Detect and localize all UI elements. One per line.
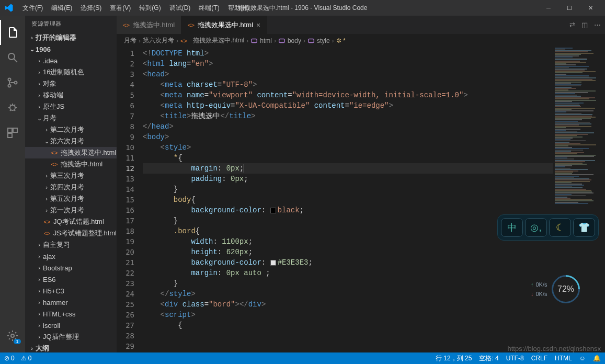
folder-item[interactable]: ›自主复习: [25, 239, 117, 251]
minimap[interactable]: [553, 47, 605, 352]
folder-item[interactable]: ›第五次月考: [25, 193, 117, 204]
html-icon: <>: [43, 230, 51, 236]
folder-item[interactable]: ›iscroll: [25, 320, 117, 331]
menu-view[interactable]: 查看(V): [106, 2, 134, 15]
chevron-icon: ›: [36, 58, 43, 64]
ime-skin-button[interactable]: 👕: [573, 218, 595, 237]
compare-icon[interactable]: ⇄: [569, 21, 575, 29]
breadcrumb-item[interactable]: <> 拖拽效果选中.html: [180, 36, 244, 45]
file-item[interactable]: <>JS考试错题整理.html: [25, 228, 117, 239]
folder-item[interactable]: ›第三次月考: [25, 170, 117, 181]
status-encoding[interactable]: UTF-8: [506, 355, 524, 362]
svg-rect-6: [8, 128, 12, 132]
folder-item[interactable]: ›ajax: [25, 251, 117, 262]
folder-item[interactable]: ›16进制随机色: [25, 66, 117, 78]
breadcrumb[interactable]: 月考› 第六次月考› <> 拖拽效果选中.html› html› body› s…: [117, 34, 605, 47]
breadcrumb-item[interactable]: html: [250, 37, 272, 44]
folder-root[interactable]: ⌄1906: [25, 43, 117, 55]
folder-item[interactable]: ›原生JS: [25, 101, 117, 112]
activity-explorer[interactable]: [0, 20, 25, 45]
chevron-icon: ›: [36, 92, 43, 98]
folder-item[interactable]: ›对象: [25, 78, 117, 89]
chevron-icon: ›: [36, 288, 43, 294]
open-editors-section[interactable]: ›打开的编辑器: [25, 32, 117, 43]
chevron-icon: ›: [36, 253, 43, 259]
folder-item[interactable]: ›移动端: [25, 89, 117, 101]
folder-item[interactable]: ⌄第六次月考: [25, 135, 117, 147]
html-icon: <>: [43, 219, 51, 225]
activity-scm[interactable]: [0, 70, 25, 95]
window-title: 拖拽效果选中.html - 1906 - Visual Studio Code: [238, 4, 368, 13]
search-icon: [6, 51, 19, 64]
folder-item[interactable]: ›Bootstrap: [25, 262, 117, 274]
folder-item[interactable]: ›ES6: [25, 274, 117, 285]
status-cursor[interactable]: 行 12，列 25: [436, 354, 472, 363]
menu-go[interactable]: 转到(G): [135, 2, 164, 15]
breadcrumb-item[interactable]: ✲ *: [336, 37, 346, 44]
chevron-icon: ›: [36, 265, 43, 271]
source-control-icon: [6, 76, 19, 89]
vscode-logo-icon: [4, 3, 14, 13]
folder-item[interactable]: ›第二次月考: [25, 124, 117, 135]
chevron-icon: ›: [43, 184, 50, 190]
maximize-button[interactable]: ☐: [559, 0, 580, 16]
tab-1[interactable]: <>拖拽选中.html: [117, 16, 181, 34]
tab-close-icon[interactable]: ×: [256, 21, 260, 29]
html-icon: <>: [188, 22, 195, 28]
activity-debug[interactable]: [0, 95, 25, 120]
ime-punct-button[interactable]: ◎,: [525, 218, 547, 237]
ime-widget: 中 ◎, ☾ 👕: [497, 214, 599, 241]
file-item[interactable]: <>拖拽效果选中.html: [25, 147, 117, 158]
status-notifications-icon[interactable]: 🔔: [593, 355, 601, 362]
chevron-icon: ›: [36, 104, 43, 110]
ime-theme-button[interactable]: ☾: [549, 218, 571, 237]
menu-edit[interactable]: 编辑(E): [48, 2, 76, 15]
folder-item[interactable]: ›JQ插件整理: [25, 331, 117, 343]
html-icon: <>: [123, 22, 130, 28]
folder-item[interactable]: ›H5+C3: [25, 285, 117, 297]
status-language[interactable]: HTML: [555, 355, 572, 362]
menu-selection[interactable]: 选择(S): [77, 2, 105, 15]
breadcrumb-item[interactable]: 第六次月考: [143, 36, 174, 45]
folder-item[interactable]: ›HTML+css: [25, 308, 117, 320]
folder-item[interactable]: ⌄月考: [25, 112, 117, 124]
minimize-button[interactable]: ─: [538, 0, 559, 16]
symbol-icon: [307, 37, 315, 44]
svg-point-0: [8, 53, 15, 60]
menu-bar: 文件(F) 编辑(E) 选择(S) 查看(V) 转到(G) 调试(D) 终端(T…: [19, 2, 253, 15]
explorer-tree: ›打开的编辑器 ⌄1906 ›.idea›16进制随机色›对象›移动端›原生JS…: [25, 32, 117, 352]
activity-extensions[interactable]: [0, 120, 25, 145]
status-errors[interactable]: ⊘ 0: [4, 355, 15, 362]
svg-rect-7: [13, 128, 17, 132]
breadcrumb-item[interactable]: 月考: [124, 36, 136, 45]
breadcrumb-item[interactable]: style: [307, 37, 330, 44]
tab-2[interactable]: <>拖拽效果选中.html×: [181, 16, 267, 34]
folder-item[interactable]: ›hammer: [25, 297, 117, 308]
outline-section[interactable]: ›大纲: [25, 343, 117, 352]
chevron-icon: ›: [36, 81, 43, 87]
file-item[interactable]: <>JQ考试错题.html: [25, 216, 117, 228]
activity-search[interactable]: [0, 45, 25, 70]
status-indent[interactable]: 空格: 4: [479, 354, 498, 363]
split-editor-icon[interactable]: ◫: [581, 21, 588, 29]
title-bar: 文件(F) 编辑(E) 选择(S) 查看(V) 转到(G) 调试(D) 终端(T…: [0, 0, 605, 16]
menu-terminal[interactable]: 终端(T): [195, 2, 223, 15]
file-item[interactable]: <>拖拽选中.html: [25, 158, 117, 170]
menu-debug[interactable]: 调试(D): [166, 2, 195, 15]
ime-lang-button[interactable]: 中: [501, 218, 523, 237]
status-eol[interactable]: CRLF: [531, 355, 547, 362]
code-content[interactable]: <!DOCTYPE html><html lang="en"><head> <m…: [143, 47, 605, 352]
code-editor[interactable]: 1234567891011121314151617181920212223242…: [117, 47, 605, 352]
folder-item[interactable]: ›第一次月考: [25, 204, 117, 216]
status-warnings[interactable]: ⚠ 0: [21, 355, 32, 362]
breadcrumb-item[interactable]: body: [278, 37, 301, 44]
folder-item[interactable]: ›第四次月考: [25, 181, 117, 193]
svg-point-9: [11, 334, 14, 337]
status-feedback-icon[interactable]: ☺: [579, 355, 586, 362]
more-actions-icon[interactable]: ⋯: [594, 21, 601, 29]
folder-item[interactable]: ›.idea: [25, 55, 117, 66]
menu-file[interactable]: 文件(F): [19, 2, 47, 15]
window-controls: ─ ☐ ✕: [538, 0, 601, 16]
activity-settings[interactable]: 1: [0, 323, 25, 348]
close-button[interactable]: ✕: [580, 0, 601, 16]
